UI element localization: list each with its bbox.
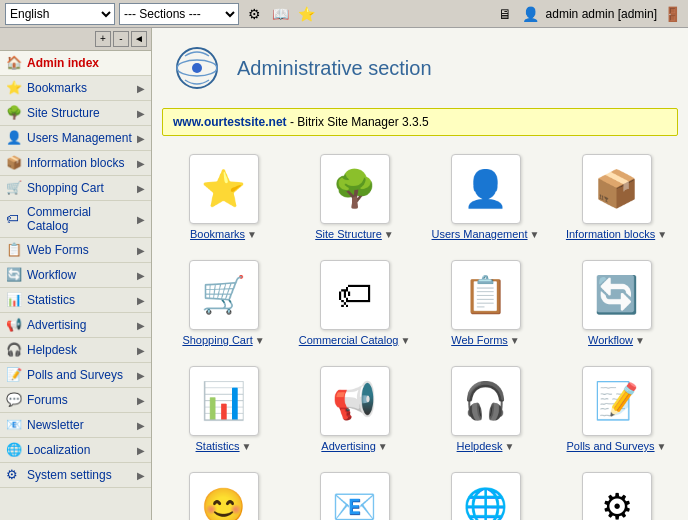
content-area: Administrative section www.ourtestsite.n… — [152, 28, 688, 520]
module-item-system-settings[interactable]: ⚙ System settings ▼ — [555, 466, 678, 520]
module-label-workflow: Workflow — [588, 334, 633, 346]
sidebar-item-site-structure[interactable]: 🌳 Site Structure ▶ — [0, 101, 151, 126]
module-icon-system-settings: ⚙ — [582, 472, 652, 520]
sidebar-item-workflow[interactable]: 🔄 Workflow ▶ — [0, 263, 151, 288]
module-item-users-management[interactable]: 👤 Users Management ▼ — [424, 148, 547, 246]
admin-label: admin admin [admin] — [546, 7, 657, 21]
sidebar-arrow-newsletter: ▶ — [137, 420, 145, 431]
sidebar-icon-statistics: 📊 — [6, 292, 22, 308]
module-icon-site-structure: 🌳 — [320, 154, 390, 224]
module-icon-web-forms: 📋 — [451, 260, 521, 330]
sidebar-arrow-bookmarks: ▶ — [137, 83, 145, 94]
module-item-site-structure[interactable]: 🌳 Site Structure ▼ — [293, 148, 416, 246]
module-label-helpdesk: Helpdesk — [457, 440, 503, 452]
sidebar-arrow-polls-surveys: ▶ — [137, 370, 145, 381]
module-label-polls-surveys: Polls and Surveys — [567, 440, 655, 452]
module-arrow-advertising: ▼ — [378, 441, 388, 452]
sidebar-item-polls-surveys[interactable]: 📝 Polls and Surveys ▶ — [0, 363, 151, 388]
sidebar-label-bookmarks: Bookmarks — [27, 81, 132, 95]
sidebar-icon-admin-index: 🏠 — [6, 55, 22, 71]
sidebar-item-shopping-cart[interactable]: 🛒 Shopping Cart ▶ — [0, 176, 151, 201]
monitor-icon[interactable]: 🖥 — [494, 3, 516, 25]
module-arrow-workflow: ▼ — [635, 335, 645, 346]
sidebar-label-newsletter: Newsletter — [27, 418, 132, 432]
module-item-newsletter[interactable]: 📧 Newsletter ▼ — [293, 466, 416, 520]
module-item-polls-surveys[interactable]: 📝 Polls and Surveys ▼ — [555, 360, 678, 458]
sidebar-label-forums: Forums — [27, 393, 132, 407]
module-item-forums[interactable]: 😊 Forums ▼ — [162, 466, 285, 520]
sidebar-label-statistics: Statistics — [27, 293, 132, 307]
sidebar-item-information-blocks[interactable]: 📦 Information blocks ▶ — [0, 151, 151, 176]
sidebar-item-admin-index[interactable]: 🏠 Admin index — [0, 51, 151, 76]
module-label-shopping-cart: Shopping Cart — [182, 334, 252, 346]
sidebar: + - ◄ 🏠 Admin index ⭐ Bookmarks ▶ 🌳 Site… — [0, 28, 152, 520]
sidebar-arrow-forums: ▶ — [137, 395, 145, 406]
module-item-advertising[interactable]: 📢 Advertising ▼ — [293, 360, 416, 458]
sidebar-item-web-forms[interactable]: 📋 Web Forms ▶ — [0, 238, 151, 263]
logout-icon[interactable]: 🚪 — [661, 3, 683, 25]
module-item-bookmarks[interactable]: ⭐ Bookmarks ▼ — [162, 148, 285, 246]
sidebar-expand-button[interactable]: + — [95, 31, 111, 47]
sidebar-item-statistics[interactable]: 📊 Statistics ▶ — [0, 288, 151, 313]
site-select[interactable]: English — [5, 3, 115, 25]
sidebar-label-polls-surveys: Polls and Surveys — [27, 368, 132, 382]
module-item-shopping-cart[interactable]: 🛒 Shopping Cart ▼ — [162, 254, 285, 352]
sidebar-label-shopping-cart: Shopping Cart — [27, 181, 132, 195]
section-select[interactable]: --- Sections --- — [119, 3, 239, 25]
module-item-helpdesk[interactable]: 🎧 Helpdesk ▼ — [424, 360, 547, 458]
sidebar-icon-commercial-catalog: 🏷 — [6, 211, 22, 227]
site-link[interactable]: www.ourtestsite.net — [173, 115, 287, 129]
module-icon-forums: 😊 — [189, 472, 259, 520]
main-layout: + - ◄ 🏠 Admin index ⭐ Bookmarks ▶ 🌳 Site… — [0, 28, 688, 520]
user-icon[interactable]: 👤 — [520, 3, 542, 25]
sidebar-collapse-button[interactable]: - — [113, 31, 129, 47]
page-title: Administrative section — [237, 57, 432, 80]
module-icon-bookmarks: ⭐ — [189, 154, 259, 224]
sidebar-icon-polls-surveys: 📝 — [6, 367, 22, 383]
info-bar: www.ourtestsite.net - Bitrix Site Manage… — [162, 108, 678, 136]
sidebar-arrow-system-settings: ▶ — [137, 470, 145, 481]
sidebar-item-commercial-catalog[interactable]: 🏷 Commercial Catalog ▶ — [0, 201, 151, 238]
module-item-commercial-catalog[interactable]: 🏷 Commercial Catalog ▼ — [293, 254, 416, 352]
module-arrow-shopping-cart: ▼ — [255, 335, 265, 346]
sidebar-label-users-management: Users Management — [27, 131, 132, 145]
sidebar-arrow-statistics: ▶ — [137, 295, 145, 306]
sidebar-icon-advertising: 📢 — [6, 317, 22, 333]
module-icon-information-blocks: 📦 — [582, 154, 652, 224]
sidebar-item-system-settings[interactable]: ⚙ System settings ▶ — [0, 463, 151, 488]
sidebar-arrow-information-blocks: ▶ — [137, 158, 145, 169]
sidebar-item-localization[interactable]: 🌐 Localization ▶ — [0, 438, 151, 463]
content-header: Administrative section — [162, 38, 678, 98]
module-item-workflow[interactable]: 🔄 Workflow ▼ — [555, 254, 678, 352]
sidebar-arrow-workflow: ▶ — [137, 270, 145, 281]
module-item-localization[interactable]: 🌐 Localization ▼ — [424, 466, 547, 520]
sidebar-item-advertising[interactable]: 📢 Advertising ▶ — [0, 313, 151, 338]
sidebar-label-workflow: Workflow — [27, 268, 132, 282]
back-icon[interactable]: 📖 — [269, 3, 291, 25]
settings-icon[interactable]: ⚙ — [243, 3, 265, 25]
module-item-information-blocks[interactable]: 📦 Information blocks ▼ — [555, 148, 678, 246]
sidebar-label-helpdesk: Helpdesk — [27, 343, 132, 357]
sidebar-item-users-management[interactable]: 👤 Users Management ▶ — [0, 126, 151, 151]
module-item-web-forms[interactable]: 📋 Web Forms ▼ — [424, 254, 547, 352]
sidebar-item-newsletter[interactable]: 📧 Newsletter ▶ — [0, 413, 151, 438]
module-label-advertising: Advertising — [321, 440, 375, 452]
star-icon[interactable]: ⭐ — [295, 3, 317, 25]
sidebar-label-advertising: Advertising — [27, 318, 132, 332]
module-arrow-helpdesk: ▼ — [504, 441, 514, 452]
sidebar-item-forums[interactable]: 💬 Forums ▶ — [0, 388, 151, 413]
sidebar-arrow-shopping-cart: ▶ — [137, 183, 145, 194]
module-label-site-structure: Site Structure — [315, 228, 382, 240]
sidebar-label-web-forms: Web Forms — [27, 243, 132, 257]
module-item-statistics[interactable]: 📊 Statistics ▼ — [162, 360, 285, 458]
sidebar-icon-information-blocks: 📦 — [6, 155, 22, 171]
sidebar-item-bookmarks[interactable]: ⭐ Bookmarks ▶ — [0, 76, 151, 101]
sidebar-nav-button[interactable]: ◄ — [131, 31, 147, 47]
module-icon-polls-surveys: 📝 — [582, 366, 652, 436]
sidebar-arrow-site-structure: ▶ — [137, 108, 145, 119]
module-arrow-site-structure: ▼ — [384, 229, 394, 240]
sidebar-arrow-users-management: ▶ — [137, 133, 145, 144]
sidebar-item-helpdesk[interactable]: 🎧 Helpdesk ▶ — [0, 338, 151, 363]
module-icon-statistics: 📊 — [189, 366, 259, 436]
module-arrow-bookmarks: ▼ — [247, 229, 257, 240]
